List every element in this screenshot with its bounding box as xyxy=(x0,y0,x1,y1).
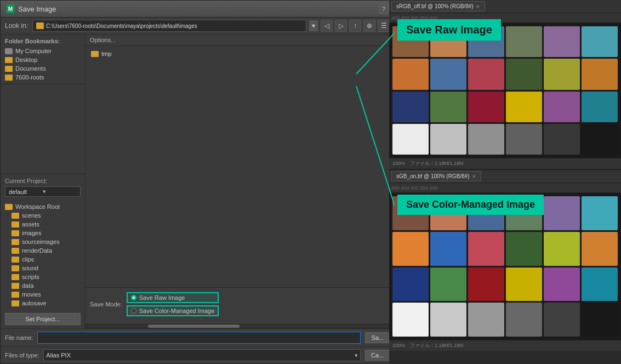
sidebar-item-workspace-root[interactable]: Workspace Root xyxy=(1,202,85,211)
nav-up-button[interactable]: ↑ xyxy=(349,20,361,32)
sidebar-item-documents[interactable]: Documents xyxy=(1,64,85,73)
tab-bar-top: sRGB_off.bf @ 100% (RGB/8#) ✕ xyxy=(389,0,621,13)
set-project-button[interactable]: Set Project... xyxy=(5,313,81,325)
options-bar: Options... xyxy=(86,35,394,46)
filetype-bar: Files of type: Alias PIX ▾ Ca... xyxy=(1,346,394,363)
color-swatch xyxy=(544,26,580,57)
color-swatch xyxy=(582,92,618,122)
sidebar-item-movies[interactable]: movies xyxy=(1,290,85,299)
save-button[interactable]: Sa... xyxy=(365,332,390,343)
folder-icon xyxy=(36,22,44,29)
filename-bar: File name: Sa... xyxy=(1,328,394,346)
scrollbar-thumb[interactable] xyxy=(148,325,240,328)
radio-btn-raw[interactable] xyxy=(131,295,136,300)
folder-icon xyxy=(12,300,19,306)
chevron-down-icon: ▾ xyxy=(355,352,358,359)
sidebar-item-mycomputer[interactable]: My Computer xyxy=(1,47,85,55)
color-swatch xyxy=(544,92,580,122)
sidebar-item-label: My Computer xyxy=(15,48,52,54)
workspace-section: Workspace Root scenes assets images sour… xyxy=(1,200,85,310)
nav-back-button[interactable]: ◁ xyxy=(321,20,333,32)
color-swatch xyxy=(430,196,466,230)
current-project-section: Current Project: default ▾ xyxy=(1,174,85,200)
radio-save-raw[interactable]: Save Raw Image xyxy=(127,292,219,303)
color-swatch xyxy=(392,92,429,122)
look-in-dropdown[interactable]: ▾ xyxy=(309,20,318,32)
sidebar-item-sourceimages[interactable]: sourceimages xyxy=(1,237,85,246)
tab-srgb-off[interactable]: sRGB_off.bf @ 100% (RGB/8#) ✕ xyxy=(391,1,485,12)
folder-icon xyxy=(12,230,19,236)
tab-srgb-on[interactable]: sGB_on.bf @ 100% (RGB/8#) ✕ xyxy=(391,171,481,181)
color-swatch xyxy=(582,59,618,89)
tab-bar-bottom: sGB_on.bf @ 100% (RGB/8#) ✕ xyxy=(389,170,621,183)
color-swatch xyxy=(392,59,429,89)
color-swatch xyxy=(430,124,466,155)
color-swatch xyxy=(430,303,466,337)
cancel-button[interactable]: Ca... xyxy=(365,350,390,361)
color-swatch xyxy=(582,268,618,302)
folder-icon xyxy=(5,57,13,63)
color-swatch xyxy=(468,196,504,230)
color-swatch xyxy=(468,92,504,122)
tab-close-icon[interactable]: ✕ xyxy=(476,4,480,9)
color-swatch xyxy=(582,26,618,57)
status-bar-bottom: 100% ファイル：1.18M/1.18M xyxy=(389,340,621,351)
color-swatch xyxy=(506,232,542,266)
app-icon: M xyxy=(6,4,15,13)
sidebar: Folder Bookmarks: My Computer Desktop Do… xyxy=(1,35,86,328)
color-swatch xyxy=(506,26,542,57)
color-swatch xyxy=(506,303,542,337)
nav-forward-button[interactable]: ▷ xyxy=(335,20,347,32)
folder-icon xyxy=(5,75,13,81)
look-in-path[interactable]: C:\Users\7600-roots\Documents\maya\proje… xyxy=(32,20,306,32)
filename-input[interactable] xyxy=(37,332,361,344)
color-swatch xyxy=(468,59,504,89)
folder-icon xyxy=(12,283,19,289)
horizontal-scrollbar[interactable] xyxy=(86,323,394,328)
sidebar-item-scripts[interactable]: scripts xyxy=(1,272,85,281)
folder-bookmarks-label: Folder Bookmarks: xyxy=(1,35,85,47)
dialog-content: Folder Bookmarks: My Computer Desktop Do… xyxy=(1,35,394,328)
sidebar-item-assets[interactable]: assets xyxy=(1,220,85,229)
color-swatch xyxy=(544,303,580,337)
sidebar-item-sound[interactable]: sound xyxy=(1,264,85,272)
titlebar: M Save Image ? xyxy=(1,1,394,18)
folder-icon xyxy=(12,221,19,228)
folder-icon xyxy=(12,248,19,254)
color-swatch xyxy=(392,196,429,230)
color-swatch xyxy=(468,268,504,302)
folder-icon xyxy=(12,265,19,271)
list-item[interactable]: tmp xyxy=(89,49,391,58)
folder-icon xyxy=(12,292,19,298)
tab-close-icon[interactable]: ✕ xyxy=(472,174,476,179)
image-viewer-bottom: sGB_on.bf @ 100% (RGB/8#) ✕ 400 450 500 … xyxy=(389,170,621,351)
project-dropdown[interactable]: default ▾ xyxy=(5,186,81,197)
sidebar-item-scenes[interactable]: scenes xyxy=(1,211,85,220)
folder-icon xyxy=(12,274,19,280)
view-options-button[interactable]: ☰ xyxy=(378,20,390,32)
sidebar-item-autosave[interactable]: autosave xyxy=(1,299,85,308)
workspace-root-label: Workspace Root xyxy=(15,203,60,210)
color-swatch xyxy=(392,232,429,266)
radio-btn-color-managed[interactable] xyxy=(131,308,136,314)
color-swatch xyxy=(544,268,580,302)
sidebar-item-images[interactable]: images xyxy=(1,229,85,237)
radio-save-color-managed[interactable]: Save Color-Managed Image xyxy=(127,305,219,316)
filetype-select[interactable]: Alias PIX ▾ xyxy=(43,349,360,361)
color-swatch xyxy=(468,124,504,155)
help-button[interactable]: ? xyxy=(379,4,389,14)
sidebar-item-label: Desktop xyxy=(15,56,37,63)
sidebar-item-clips[interactable]: clips xyxy=(1,255,85,264)
sidebar-item-7600roots[interactable]: 7600-roots xyxy=(1,73,85,82)
color-swatch xyxy=(582,124,618,155)
sidebar-item-desktop[interactable]: Desktop xyxy=(1,55,85,64)
color-swatch xyxy=(430,232,466,266)
filetype-label: Files of type: xyxy=(5,352,39,359)
image-viewer-top: sRGB_off.bf @ 100% (RGB/8#) ✕ 400 450 50… xyxy=(389,0,621,170)
new-folder-button[interactable]: ⊕ xyxy=(363,20,375,32)
folder-icon xyxy=(5,66,13,72)
sidebar-item-data[interactable]: data xyxy=(1,281,85,290)
sidebar-item-renderdata[interactable]: renderData xyxy=(1,246,85,255)
file-list[interactable]: tmp xyxy=(86,46,394,287)
color-swatch xyxy=(544,59,580,89)
